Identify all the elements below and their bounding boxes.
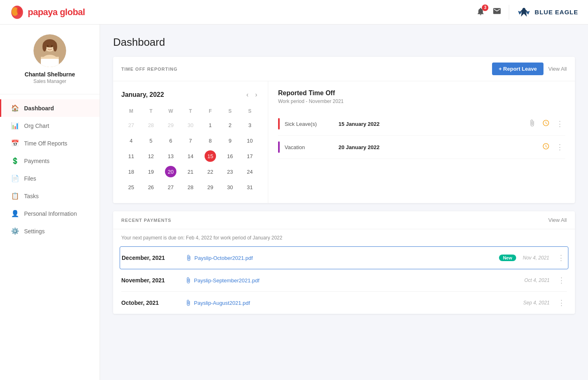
- calendar-day[interactable]: 4: [121, 133, 141, 148]
- sidebar-item-label: Time Off Reports: [24, 140, 67, 147]
- payment-file-link[interactable]: Payslip-September2021.pdf: [185, 277, 518, 284]
- notifications-button[interactable]: 3: [476, 7, 485, 18]
- day-number: 5: [145, 135, 157, 146]
- leave-item: Sick Leave(s)15 January 2022⋮: [278, 112, 565, 136]
- calendar-day[interactable]: 29: [200, 179, 220, 195]
- calendar-day[interactable]: 3: [240, 117, 260, 133]
- calendar-day[interactable]: 30: [220, 179, 240, 195]
- day-number: 18: [125, 166, 137, 177]
- payment-more-button[interactable]: ⋮: [556, 298, 567, 307]
- tasks-icon: 📋: [11, 192, 19, 200]
- sidebar-item-files[interactable]: 📄 Files: [0, 170, 100, 187]
- day-number: 14: [185, 150, 196, 162]
- calendar-day[interactable]: 27: [121, 117, 141, 133]
- calendar-day[interactable]: 8: [200, 133, 220, 148]
- calendar-day[interactable]: 16: [220, 148, 240, 164]
- svg-point-10: [53, 42, 57, 51]
- calendar-day[interactable]: 31: [240, 179, 260, 195]
- day-number: 19: [145, 166, 157, 177]
- calendar-day[interactable]: 9: [220, 133, 240, 148]
- leave-type-indicator: [278, 118, 280, 130]
- calendar-day[interactable]: 30: [180, 117, 200, 133]
- calendar-grid: M T W T F S S 27282930123456789101112131…: [121, 107, 260, 195]
- calendar-day[interactable]: 20: [161, 164, 180, 179]
- sidebar-item-personal-information[interactable]: 👤 Personal Information: [0, 205, 100, 222]
- sidebar-item-org-chart[interactable]: 📊 Org Chart: [0, 117, 100, 134]
- calendar-day[interactable]: 17: [240, 148, 260, 164]
- main-content: Dashboard TIME OFF REPORTING + Report Le…: [100, 25, 588, 380]
- calendar-day[interactable]: 6: [161, 133, 180, 148]
- eagle-icon: [517, 5, 531, 20]
- calendar-day[interactable]: 28: [141, 117, 160, 133]
- calendar-day[interactable]: 21: [180, 164, 200, 179]
- calendar-day[interactable]: 22: [200, 164, 220, 179]
- mail-button[interactable]: [492, 7, 501, 18]
- settings-icon: ⚙️: [11, 227, 19, 235]
- calendar-day[interactable]: 5: [141, 133, 160, 148]
- day-number: 11: [125, 150, 137, 162]
- svg-rect-13: [41, 59, 59, 67]
- calendar-day[interactable]: 18: [121, 164, 141, 179]
- calendar-day[interactable]: 25: [121, 179, 141, 195]
- calendar-day[interactable]: 15: [200, 148, 220, 164]
- sidebar-item-dashboard[interactable]: 🏠 Dashboard: [0, 99, 100, 117]
- calendar-day[interactable]: 23: [220, 164, 240, 179]
- payments-section-title: RECENT PAYMENTS: [121, 218, 172, 223]
- sidebar: Chantal Shelburne Sales Manager 🏠 Dashbo…: [0, 25, 100, 380]
- leave-more-button[interactable]: ⋮: [555, 143, 565, 152]
- leave-actions: ⋮: [541, 142, 565, 152]
- day-number: 24: [244, 166, 256, 177]
- payment-file-link[interactable]: Payslip-October2021.pdf: [185, 255, 492, 261]
- payment-more-button[interactable]: ⋮: [556, 253, 566, 262]
- calendar-icon: 📅: [11, 139, 19, 147]
- calendar-day[interactable]: 26: [141, 179, 160, 195]
- day-number: 7: [185, 135, 196, 146]
- time-off-view-all[interactable]: View All: [548, 66, 567, 72]
- calendar-day[interactable]: 28: [180, 179, 200, 195]
- calendar-day[interactable]: 11: [121, 148, 141, 164]
- calendar-day[interactable]: 7: [180, 133, 200, 148]
- clock-button[interactable]: [541, 118, 551, 129]
- calendar-day[interactable]: 1: [200, 117, 220, 133]
- calendar-day[interactable]: 13: [161, 148, 180, 164]
- calendar-day[interactable]: 14: [180, 148, 200, 164]
- calendar-day[interactable]: 29: [161, 117, 180, 133]
- day-number: 30: [185, 119, 196, 131]
- logo[interactable]: papaya global: [10, 5, 85, 20]
- dow-sun: S: [240, 107, 260, 117]
- calendar-day[interactable]: 2: [220, 117, 240, 133]
- dow-thu: T: [180, 107, 200, 117]
- sidebar-item-time-off-reports[interactable]: 📅 Time Off Reports: [0, 134, 100, 152]
- attach-button[interactable]: [527, 118, 537, 129]
- report-leave-button[interactable]: + Report Leave: [492, 63, 543, 75]
- calendar-day[interactable]: 10: [240, 133, 260, 148]
- day-number: 31: [244, 181, 256, 193]
- home-icon: 🏠: [11, 104, 19, 112]
- payments-view-all[interactable]: View All: [548, 217, 567, 223]
- payment-month: December, 2021: [122, 255, 179, 261]
- day-number: 17: [244, 150, 256, 162]
- sidebar-item-label: Org Chart: [24, 123, 49, 129]
- calendar-month-label: January, 2022: [121, 91, 164, 98]
- file-icon: 📄: [11, 174, 19, 182]
- day-number: 1: [205, 119, 216, 131]
- new-badge: New: [499, 255, 517, 261]
- calendar-day[interactable]: 24: [240, 164, 260, 179]
- svg-point-11: [47, 45, 49, 47]
- sidebar-item-tasks[interactable]: 📋 Tasks: [0, 187, 100, 205]
- payment-more-button[interactable]: ⋮: [556, 276, 567, 285]
- payment-file-link[interactable]: Payslip-August2021.pdf: [185, 300, 517, 306]
- day-number: 26: [145, 181, 157, 193]
- leave-more-button[interactable]: ⋮: [555, 119, 565, 128]
- time-off-card: TIME OFF REPORTING + Report Leave View A…: [113, 57, 575, 203]
- sidebar-item-settings[interactable]: ⚙️ Settings: [0, 222, 100, 240]
- topnav-right: 3 BLUE EAGLE: [476, 5, 578, 20]
- calendar-day[interactable]: 19: [141, 164, 160, 179]
- sidebar-item-payments[interactable]: 💲 Payments: [0, 152, 100, 170]
- calendar-day[interactable]: 12: [141, 148, 160, 164]
- calendar-next-button[interactable]: ›: [253, 89, 260, 100]
- calendar-prev-button[interactable]: ‹: [244, 89, 251, 100]
- clock-button[interactable]: [541, 142, 551, 152]
- calendar-day[interactable]: 27: [161, 179, 180, 195]
- day-number: 16: [224, 150, 236, 162]
